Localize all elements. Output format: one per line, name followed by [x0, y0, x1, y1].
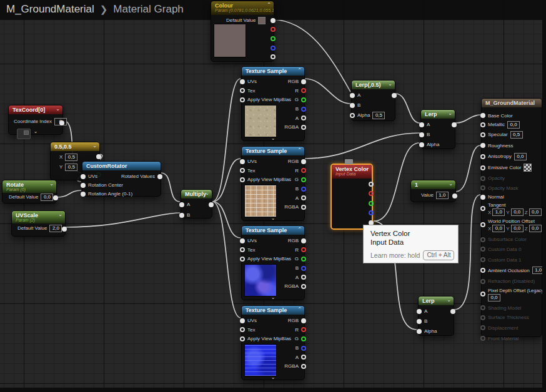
- pdo-value[interactable]: 0,0: [488, 294, 500, 301]
- g-output-pin[interactable]: [301, 257, 306, 262]
- g-output-pin[interactable]: [301, 97, 306, 102]
- metallic-pin[interactable]: [480, 122, 485, 127]
- rgb-output-pin[interactable]: [369, 182, 374, 187]
- b-input-pin[interactable]: [179, 213, 184, 218]
- breadcrumb-graph-name[interactable]: Material Graph: [113, 3, 183, 16]
- node-lerp-header[interactable]: Lerp ⌄: [419, 296, 454, 305]
- ambient-occlusion-pin[interactable]: [480, 268, 485, 273]
- tangent-z-value[interactable]: 0,0: [529, 208, 542, 216]
- g-output-pin[interactable]: [271, 36, 275, 41]
- a-output-pin[interactable]: [301, 115, 306, 120]
- texture-preview[interactable]: [244, 264, 277, 296]
- metallic-value[interactable]: 0,0: [507, 121, 520, 129]
- anisotropy-value[interactable]: 0,0: [514, 153, 527, 160]
- a-input-pin[interactable]: [417, 309, 422, 314]
- node-lerp05-header[interactable]: Lerp(,0.5) ⌄: [352, 81, 395, 89]
- node-colour-header[interactable]: Colour Param (0.0781,0.0621,0.055,1) ⌃: [211, 1, 274, 15]
- node-uvscale[interactable]: UVScale Param (2) ⌄ Default Value 2,0: [11, 210, 66, 237]
- node-customrotator-header[interactable]: CustomRotator: [82, 162, 161, 170]
- b-output-pin[interactable]: [271, 46, 275, 51]
- r-output-pin[interactable]: [301, 88, 306, 93]
- node-lerp-header[interactable]: Lerp ⌄: [421, 110, 455, 119]
- collapse-icon[interactable]: ⌄: [448, 110, 452, 117]
- expand-icon[interactable]: ⌄: [271, 215, 275, 221]
- lerp-output-pin[interactable]: [392, 93, 397, 98]
- g-output-pin[interactable]: [301, 336, 306, 341]
- b-output-pin[interactable]: [301, 346, 306, 351]
- node-constant-one-header[interactable]: 1 ⌄: [411, 180, 455, 189]
- r-output-pin[interactable]: [301, 327, 306, 332]
- node-constant-one[interactable]: 1 ⌄ Value 1,0: [410, 180, 456, 202]
- node-lerp-05[interactable]: Lerp(,0.5) ⌄ A B Alpha0,5: [351, 80, 395, 121]
- rgba-output-pin[interactable]: [301, 364, 306, 369]
- rotation-center-input-pin[interactable]: [81, 183, 86, 188]
- r-output-pin[interactable]: [369, 191, 374, 196]
- world-position-offset-pin[interactable]: [480, 222, 485, 227]
- node-result-header[interactable]: M_GroundMaterial: [482, 99, 542, 107]
- mipbias-input-pin[interactable]: [240, 97, 245, 102]
- node-vertex-color[interactable]: Vertex Color Input Data ⌄: [330, 164, 373, 230]
- b-input-pin[interactable]: [350, 103, 355, 108]
- node-colour[interactable]: Colour Param (0.0781,0.0621,0.055,1) ⌃ D…: [211, 1, 274, 62]
- b-output-pin[interactable]: [301, 107, 306, 112]
- node-texcoord-header[interactable]: TexCoord[0] ⌄: [9, 105, 62, 114]
- mipbias-input-pin[interactable]: [240, 336, 245, 341]
- node-uvscale-header[interactable]: UVScale Param (2) ⌄: [12, 211, 65, 223]
- collapse-icon[interactable]: ⌄: [447, 296, 451, 304]
- collapse-icon[interactable]: ⌄: [365, 165, 369, 172]
- expand-icon[interactable]: ⌄: [271, 295, 275, 300]
- node-rotate-header[interactable]: Rotate Param (0) ⌄: [2, 180, 56, 193]
- rgba-output-pin[interactable]: [271, 54, 275, 59]
- expand-icon[interactable]: ⌄: [271, 375, 275, 380]
- node-customrotator[interactable]: CustomRotator UVs Rotation Center Rotati…: [82, 161, 161, 197]
- node-texture-sample-header[interactable]: Texture Sample ⌃: [242, 147, 304, 155]
- node-material-result[interactable]: M_GroundMaterial Base Color Metallic0,0 …: [481, 98, 542, 337]
- collapse-icon[interactable]: ⌄: [388, 81, 392, 88]
- node-texture-sample-3[interactable]: Texture Sample ⌃ UVs Tex Apply View MipB…: [241, 225, 305, 300]
- colour-preview[interactable]: [214, 24, 246, 57]
- tex-input-pin[interactable]: [240, 247, 245, 252]
- uvs-input-pin[interactable]: [240, 79, 245, 84]
- node-vertex-color-header[interactable]: Vertex Color Input Data ⌄: [332, 165, 372, 179]
- g-output-pin[interactable]: [369, 201, 374, 206]
- collapse-icon[interactable]: ⌄: [56, 105, 60, 113]
- node-texture-sample-header[interactable]: Texture Sample ⌃: [242, 226, 304, 235]
- r-output-pin[interactable]: [271, 27, 275, 32]
- roughness-pin[interactable]: [480, 143, 485, 148]
- pixel-depth-offset-pin[interactable]: [480, 292, 485, 296]
- alpha-value[interactable]: 0,5: [372, 112, 385, 119]
- a-input-pin[interactable]: [419, 122, 424, 127]
- node-texture-sample-header[interactable]: Texture Sample ⌃: [242, 306, 304, 315]
- mipbias-input-pin[interactable]: [240, 257, 245, 262]
- collapse-icon[interactable]: ⌄: [205, 190, 209, 197]
- node-multiply[interactable]: Multiply ⌄ A B: [181, 189, 212, 218]
- b-output-pin[interactable]: [301, 266, 306, 271]
- vec2-output-pin[interactable]: [96, 154, 101, 159]
- rgba-output-pin[interactable]: [301, 284, 306, 289]
- y-value[interactable]: 0,5: [65, 164, 77, 171]
- rgb-output-pin[interactable]: [301, 318, 306, 323]
- node-texture-sample-header[interactable]: Texture Sample ⌃: [242, 67, 304, 76]
- uvs-input-pin[interactable]: [240, 238, 245, 243]
- emissive-swatch[interactable]: [524, 164, 532, 172]
- lerp-output-pin[interactable]: [452, 122, 457, 127]
- rotate-value[interactable]: 0,0: [41, 194, 53, 201]
- breadcrumb-material-name[interactable]: M_GroundMaterial: [6, 3, 94, 16]
- r-output-pin[interactable]: [301, 168, 306, 173]
- collapse-icon[interactable]: ⌄: [92, 142, 97, 150]
- base-color-pin[interactable]: [480, 113, 485, 118]
- tex-input-pin[interactable]: [240, 168, 245, 173]
- b-output-pin[interactable]: [301, 187, 306, 192]
- r-output-pin[interactable]: [301, 247, 306, 252]
- collapse-icon[interactable]: ⌃: [297, 306, 302, 313]
- tangent-y-value[interactable]: 0,0: [511, 208, 524, 216]
- uvs-input-pin[interactable]: [81, 174, 86, 179]
- wpo-y-value[interactable]: 0,0: [511, 225, 524, 232]
- rgb-output-pin[interactable]: [301, 159, 306, 164]
- collapse-icon[interactable]: ⌄: [449, 180, 453, 188]
- tex-input-pin[interactable]: [240, 88, 245, 93]
- alpha-input-pin[interactable]: [419, 142, 424, 147]
- texture-preview[interactable]: [244, 344, 277, 376]
- node-texture-sample-2[interactable]: Texture Sample ⌃ UVs Tex Apply View MipB…: [241, 146, 305, 221]
- rgb-output-pin[interactable]: [271, 18, 275, 23]
